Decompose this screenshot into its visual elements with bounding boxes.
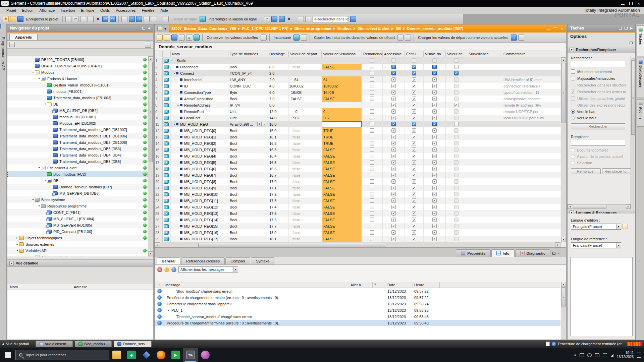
cell-accessible[interactable] — [383, 185, 405, 191]
search-in-project-icon[interactable] — [350, 16, 356, 22]
ecriture-checkbox[interactable] — [412, 135, 416, 139]
ecriture-checkbox[interactable] — [412, 122, 416, 126]
cell-type[interactable]: Bool≣▾ — [228, 64, 268, 70]
cell-accessible[interactable] — [383, 217, 405, 223]
cell-valeur-depart[interactable]: false — [289, 217, 304, 223]
accessible-checkbox[interactable] — [391, 141, 396, 145]
cell-remanence[interactable] — [362, 229, 383, 236]
search-input[interactable] — [571, 61, 625, 67]
cell-visible[interactable] — [424, 146, 446, 153]
find-scroll-left-icon[interactable]: ◂ — [568, 204, 572, 209]
valeur-reglage-checkbox[interactable] — [454, 77, 459, 82]
valeur-reglage-checkbox[interactable] — [454, 167, 459, 171]
go-online-button[interactable]: Liaison en ligne — [170, 17, 198, 21]
visible-checkbox[interactable] — [432, 160, 437, 165]
cell-valeur-visualisation[interactable]: FALSE — [322, 223, 362, 229]
search-option-checkbox[interactable] — [571, 96, 575, 101]
remanence-checkbox[interactable] — [370, 198, 374, 203]
taskbar-app-firefox[interactable] — [154, 348, 168, 362]
cell-valeur-visualisation[interactable] — [322, 70, 362, 76]
visible-checkbox[interactable] — [432, 224, 437, 228]
cell-valeur-visualisation[interactable]: FALSE — [322, 166, 362, 172]
cell-remanence[interactable] — [362, 236, 383, 242]
cell-type[interactable]: ≣▾ — [228, 57, 268, 64]
remanence-checkbox[interactable] — [370, 179, 374, 184]
remanence-checkbox[interactable] — [370, 186, 374, 190]
accessible-checkbox[interactable] — [391, 198, 396, 203]
ecriture-checkbox[interactable] — [412, 237, 416, 241]
remanence-checkbox[interactable] — [370, 58, 374, 63]
copy-icon[interactable] — [80, 16, 86, 22]
accessible-checkbox[interactable] — [391, 154, 396, 158]
cell-valeur-reglage[interactable] — [446, 96, 467, 102]
remanence-checkbox[interactable] — [370, 147, 374, 152]
tree-expand-arrow[interactable]: ▾ — [37, 204, 41, 207]
cell-remanence[interactable] — [362, 146, 383, 153]
visible-checkbox[interactable] — [432, 135, 437, 139]
remanence-checkbox[interactable] — [370, 90, 374, 95]
tree-item[interactable]: DB401_TEMPORISATIONS [DB401] — [7, 63, 148, 69]
tree-item[interactable]: Traitement_data_modbus_DB1 [DB1006] — [7, 133, 148, 139]
replace-scope-radio[interactable] — [571, 148, 575, 152]
tree-item[interactable]: CONT_C [FB41] — [7, 209, 148, 216]
cell-visible[interactable] — [424, 115, 446, 121]
cell-valeur-reglage[interactable] — [446, 172, 467, 178]
accessible-checkbox[interactable] — [391, 122, 396, 126]
visible-checkbox[interactable] — [432, 198, 437, 203]
cell-type[interactable]: CONN_OUC≣▾ — [228, 83, 268, 89]
message-text-cell[interactable]: ▾PLC_1 — [164, 307, 349, 313]
remanence-checkbox[interactable] — [370, 71, 374, 75]
cell-commentaire[interactable]: type of connection: 11 — [502, 89, 560, 96]
tree-item[interactable]: MB_SERVER_DB [DB6] — [7, 190, 148, 196]
cell-nom[interactable]: MB_HOLD_REG[14] — [171, 217, 228, 223]
db-table-row[interactable]: 28 ◂ MB_HOLD_REG[16] Bool≣▾ 18.0 false F… — [155, 229, 560, 236]
cell-commentaire[interactable] — [502, 172, 560, 178]
cell-visible[interactable] — [424, 64, 446, 70]
tree-expand-arrow[interactable]: ▸ — [15, 236, 19, 239]
cell-visible[interactable] — [424, 185, 446, 191]
cell-accessible[interactable] — [383, 204, 405, 210]
menu-item[interactable]: Fenêtre — [139, 7, 157, 13]
visible-checkbox[interactable] — [432, 147, 437, 152]
tray-shield-icon[interactable] — [603, 353, 607, 357]
cell-valeur-reglage[interactable] — [446, 83, 467, 89]
valeur-reglage-checkbox[interactable] — [454, 128, 459, 133]
cell-ecriture[interactable] — [405, 102, 424, 108]
cell-accessible[interactable] — [383, 76, 405, 83]
cell-accessible[interactable] — [383, 108, 405, 115]
cell-valeur-depart[interactable]: false — [289, 166, 304, 172]
tray-network-icon[interactable]: ◢ — [610, 353, 613, 357]
strip-tab-bibliotheques[interactable]: Bibliothèques — [637, 58, 644, 98]
cell-surveillance[interactable] — [467, 178, 502, 185]
snapshot-copy-icon[interactable] — [301, 35, 307, 41]
tree-item[interactable]: Traitement_data_modbus_DB2 [DB1008] — [7, 139, 148, 145]
cell-nom[interactable]: MB_HOLD_REG[12] — [171, 204, 228, 210]
ecriture-checkbox[interactable] — [412, 147, 416, 152]
col-remanence[interactable]: Rémanence — [362, 51, 383, 57]
cell-nom[interactable]: Disconnect — [171, 64, 228, 70]
snapshot-button[interactable]: Instantané — [272, 36, 292, 40]
message-goto-cell[interactable] — [349, 307, 373, 313]
cell-decalage[interactable]: 16.3 — [268, 146, 289, 153]
cell-remanence[interactable] — [362, 83, 383, 89]
left-strip-label[interactable]: Programmation API — [1, 37, 5, 72]
cell-surveillance[interactable] — [467, 121, 502, 127]
cell-nom[interactable]: LocalPort — [171, 115, 228, 121]
cell-type[interactable]: HW_ANY≣▾ — [228, 76, 268, 83]
visible-checkbox[interactable] — [432, 128, 437, 133]
ecriture-checkbox[interactable] — [412, 103, 416, 107]
cell-ecriture[interactable] — [405, 146, 424, 153]
find-replace-collapse-icon[interactable]: ▾ — [570, 48, 574, 52]
edit-values-icon[interactable] — [179, 35, 185, 41]
cell-decalage[interactable]: 2.0 — [268, 76, 289, 83]
cell-ecriture[interactable] — [405, 140, 424, 146]
cell-commentaire[interactable] — [502, 64, 560, 70]
ref-language-arrow-icon[interactable]: ▾ — [616, 243, 621, 248]
remanence-checkbox[interactable] — [370, 230, 374, 235]
cell-valeur-depart[interactable]: false — [289, 153, 304, 159]
cell-valeur-depart[interactable]: false — [289, 134, 304, 140]
direction-option[interactable]: Vers le haut — [571, 116, 632, 120]
cell-ecriture[interactable] — [405, 178, 424, 185]
cell-decalage[interactable] — [268, 57, 289, 64]
col-commentaire[interactable]: Commentaire — [502, 51, 560, 57]
